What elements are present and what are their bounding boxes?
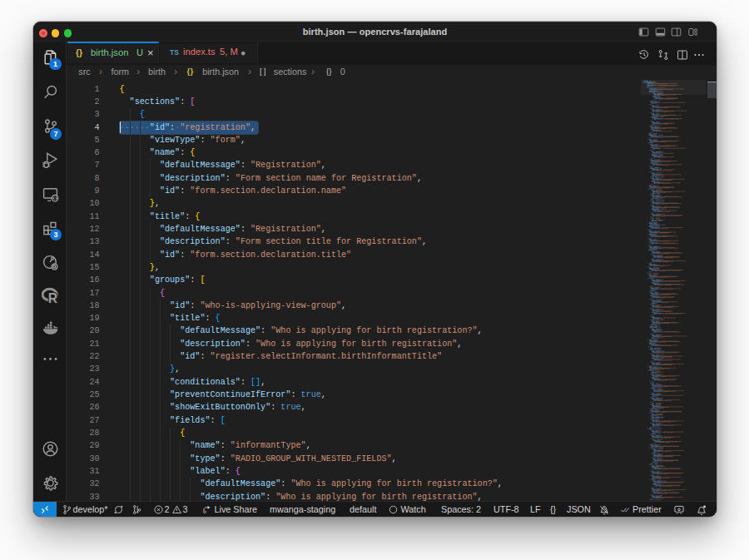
svg-text:R: R [47,290,57,304]
